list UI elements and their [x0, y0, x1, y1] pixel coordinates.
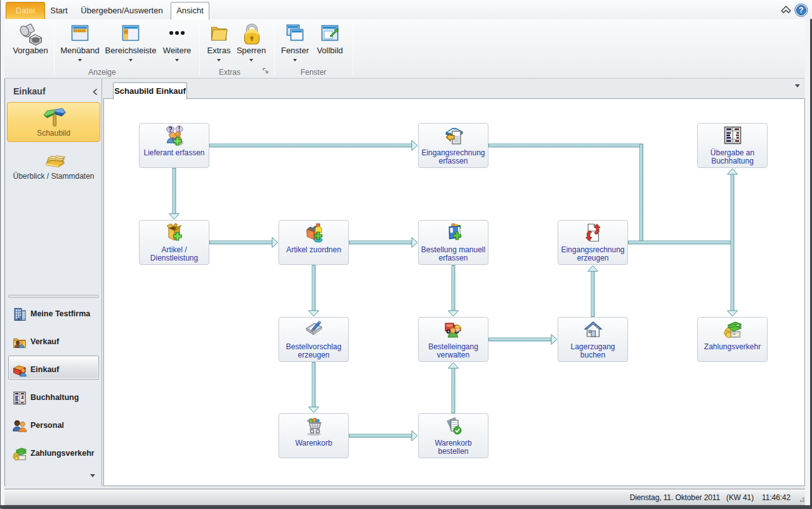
svg-text:?: ?: [799, 6, 803, 15]
